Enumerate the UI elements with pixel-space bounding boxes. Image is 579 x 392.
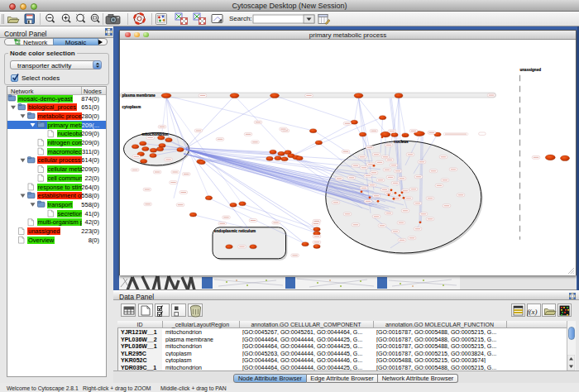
svg-text:f(x): f(x) bbox=[527, 308, 538, 316]
svg-text:endoplasmic reticulum: endoplasmic reticulum bbox=[214, 229, 256, 233]
svg-text:plasma membrane: plasma membrane bbox=[122, 93, 156, 98]
svg-text:unassigned: unassigned bbox=[520, 68, 542, 72]
svg-text:cytoplasm: cytoplasm bbox=[122, 105, 141, 109]
svg-text:mitochondrion: mitochondrion bbox=[141, 132, 168, 136]
svg-text:Search:: Search: bbox=[229, 15, 252, 22]
